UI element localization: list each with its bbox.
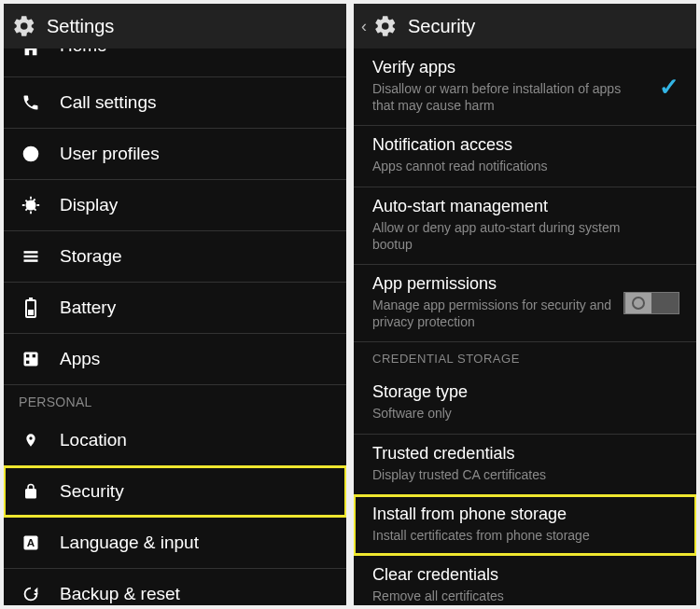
list-item-security[interactable]: Security: [4, 466, 346, 517]
toggle-off[interactable]: [623, 292, 679, 314]
item-title: Clear credentials: [372, 565, 681, 585]
list-label: Backup & reset: [60, 584, 180, 604]
list-item-home[interactable]: Home: [4, 48, 346, 76]
item-clear-credentials[interactable]: Clear credentials Remove all certificate…: [354, 556, 696, 605]
item-title: Auto-start management: [372, 197, 681, 216]
item-install-from-storage[interactable]: Install from phone storage Install certi…: [354, 495, 696, 555]
svg-text:A: A: [27, 536, 35, 548]
home-icon: [19, 48, 43, 60]
list-label: Storage: [60, 246, 122, 267]
item-trusted-credentials[interactable]: Trusted credentials Display trusted CA c…: [354, 435, 696, 494]
language-icon: A: [19, 531, 43, 555]
svg-rect-5: [29, 298, 33, 300]
item-sub: Disallow or warn before installation of …: [372, 80, 681, 114]
settings-pane: Settings Home Call settings User profile…: [0, 0, 350, 609]
location-icon: [19, 428, 43, 452]
list-label: Battery: [60, 298, 116, 318]
list-item-apps[interactable]: Apps: [4, 334, 346, 384]
list-label: Language & input: [60, 533, 199, 553]
list-item-location[interactable]: Location: [4, 415, 346, 465]
apps-icon: [19, 347, 43, 371]
item-title: App permissions: [372, 274, 681, 294]
display-icon: [19, 193, 43, 217]
gear-icon[interactable]: [372, 13, 399, 39]
list-item-language-input[interactable]: A Language & input: [4, 518, 346, 568]
list-item-call-settings[interactable]: Call settings: [4, 77, 346, 128]
settings-title: Settings: [47, 16, 114, 37]
back-icon[interactable]: ‹: [361, 17, 372, 36]
list-label: Apps: [60, 349, 100, 369]
security-list[interactable]: Verify apps Disallow or warn before inst…: [354, 48, 696, 605]
list-label: Location: [60, 430, 127, 450]
svg-rect-6: [28, 310, 34, 315]
item-title: Storage type: [372, 382, 681, 402]
item-sub: Install certificates from phone storage: [372, 527, 681, 544]
settings-list[interactable]: Home Call settings User profiles Display…: [4, 48, 346, 605]
security-header: ‹ Security: [354, 4, 696, 48]
list-label: Display: [60, 195, 118, 215]
item-title: Trusted credentials: [372, 444, 681, 464]
list-item-user-profiles[interactable]: User profiles: [4, 129, 346, 179]
svg-rect-10: [26, 361, 29, 364]
list-label: Call settings: [60, 92, 157, 113]
item-autostart[interactable]: Auto-start management Allow or deny app …: [354, 187, 696, 264]
section-credential-storage: CREDENTIAL STORAGE: [354, 342, 696, 373]
svg-rect-2: [24, 256, 38, 258]
user-profiles-icon: [19, 142, 43, 166]
list-label: Home: [60, 48, 107, 56]
svg-rect-1: [24, 251, 38, 254]
item-storage-type[interactable]: Storage type Software only: [354, 373, 696, 433]
gear-icon: [11, 13, 37, 39]
item-app-permissions[interactable]: App permissions Manage app permissions f…: [354, 265, 696, 341]
item-sub: Software only: [372, 405, 681, 422]
svg-rect-7: [24, 353, 38, 367]
svg-rect-9: [33, 354, 35, 357]
item-title: Notification access: [372, 135, 681, 155]
svg-point-0: [23, 146, 39, 162]
item-sub: Remove all certificates: [372, 588, 681, 604]
item-title: Verify apps: [372, 58, 681, 77]
item-verify-apps[interactable]: Verify apps Disallow or warn before inst…: [354, 48, 696, 125]
security-title: Security: [408, 16, 475, 37]
settings-header: Settings: [4, 4, 346, 48]
item-title: Install from phone storage: [372, 505, 681, 524]
svg-rect-8: [26, 354, 29, 357]
storage-icon: [19, 244, 43, 269]
battery-icon: [19, 296, 43, 320]
section-personal: PERSONAL: [4, 385, 346, 415]
list-item-storage[interactable]: Storage: [4, 231, 346, 282]
item-notification-access[interactable]: Notification access Apps cannot read not…: [354, 126, 696, 186]
lock-icon: [19, 479, 43, 504]
backup-icon: [19, 582, 43, 605]
security-pane: ‹ Security Verify apps Disallow or warn …: [350, 0, 700, 609]
phone-icon: [19, 90, 43, 115]
list-item-display[interactable]: Display: [4, 180, 346, 230]
svg-rect-3: [24, 259, 38, 262]
item-sub: Apps cannot read notifications: [372, 158, 681, 174]
checkbox-checked-icon[interactable]: ✓: [659, 73, 679, 102]
list-label: Security: [60, 481, 124, 502]
list-label: User profiles: [60, 144, 160, 164]
item-sub: Allow or deny app auto-start during syst…: [372, 219, 681, 253]
list-item-backup-reset[interactable]: Backup & reset: [4, 569, 346, 605]
item-sub: Display trusted CA certificates: [372, 466, 681, 483]
list-item-battery[interactable]: Battery: [4, 283, 346, 333]
